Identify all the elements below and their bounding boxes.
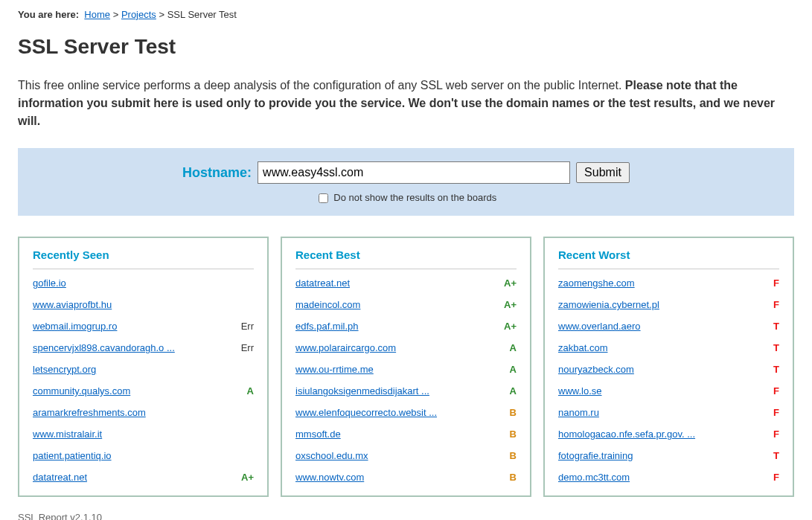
grade-badge: A bbox=[499, 364, 517, 375]
list-item: www.lo.seF bbox=[558, 380, 779, 402]
list-item: community.qualys.comA bbox=[33, 380, 254, 402]
grade-badge: A+ bbox=[499, 277, 517, 289]
list-item: www.polaraircargo.comA bbox=[295, 337, 517, 359]
domain-link[interactable]: mmsoft.de bbox=[295, 428, 341, 440]
breadcrumb-home-link[interactable]: Home bbox=[84, 9, 110, 20]
hide-results-row: Do not show the results on the boards bbox=[36, 191, 776, 205]
domain-link[interactable]: oxschool.edu.mx bbox=[295, 450, 368, 461]
list-item: zamowienia.cybernet.plF bbox=[558, 294, 779, 315]
domain-link[interactable]: spencervjxl898.cavandoragh.o ... bbox=[33, 342, 175, 353]
domain-link[interactable]: zamowienia.cybernet.pl bbox=[558, 299, 659, 310]
list-item: www.elenfoquecorrecto.websit ...B bbox=[295, 402, 517, 423]
domain-link[interactable]: webmail.imogrup.ro bbox=[33, 321, 117, 332]
list-item: datatreat.netA+ bbox=[33, 466, 254, 488]
list-item: aramarkrefreshments.com bbox=[33, 402, 254, 423]
grade-badge: Err bbox=[236, 342, 254, 353]
hide-results-checkbox[interactable] bbox=[319, 193, 328, 203]
domain-link[interactable]: www.polaraircargo.com bbox=[295, 342, 396, 353]
domain-link[interactable]: www.mistralair.it bbox=[33, 428, 102, 440]
domain-link[interactable]: demo.mc3tt.com bbox=[558, 472, 630, 483]
list-item: www.mistralair.it bbox=[33, 423, 254, 445]
grade-badge: F bbox=[761, 385, 779, 397]
domain-link[interactable]: datatreat.net bbox=[295, 277, 350, 289]
list-item: www.nowtv.comB bbox=[295, 466, 517, 488]
grade-badge: B bbox=[499, 472, 517, 483]
hostname-form-row: Hostname: Submit bbox=[36, 161, 776, 184]
list-item: nanom.ruF bbox=[558, 402, 779, 423]
grade-badge: B bbox=[499, 407, 517, 418]
intro-text: This free online service performs a deep… bbox=[18, 77, 794, 130]
list-item: www.ou-rrtime.meA bbox=[295, 359, 517, 380]
recent-worst-board: Recent Worst zaomengshe.comFzamowienia.c… bbox=[543, 237, 794, 497]
list-item: letsencrypt.org bbox=[33, 359, 254, 380]
recently-seen-board: Recently Seen gofile.iowww.aviaprofbt.hu… bbox=[18, 237, 269, 497]
recently-seen-title: Recently Seen bbox=[33, 248, 254, 269]
page-title: SSL Server Test bbox=[18, 35, 794, 59]
submit-button[interactable]: Submit bbox=[576, 162, 630, 183]
domain-link[interactable]: zakbat.com bbox=[558, 342, 607, 353]
list-item: edfs.paf.mil.phA+ bbox=[295, 315, 517, 337]
domain-link[interactable]: gofile.io bbox=[33, 277, 66, 289]
list-item: zakbat.comT bbox=[558, 337, 779, 359]
grade-badge: T bbox=[761, 450, 779, 461]
domain-link[interactable]: letsencrypt.org bbox=[33, 364, 96, 375]
recent-worst-title: Recent Worst bbox=[558, 248, 779, 269]
list-item: www.aviaprofbt.hu bbox=[33, 294, 254, 315]
domain-link[interactable]: patient.patientiq.io bbox=[33, 450, 112, 461]
domain-link[interactable]: www.aviaprofbt.hu bbox=[33, 299, 112, 310]
domain-link[interactable]: aramarkrefreshments.com bbox=[33, 407, 146, 418]
recent-best-title: Recent Best bbox=[295, 248, 517, 269]
grade-badge: A+ bbox=[499, 299, 517, 310]
breadcrumb-sep: > bbox=[113, 9, 121, 20]
list-item: nouryazbeck.comT bbox=[558, 359, 779, 380]
domain-link[interactable]: homologacao.nfe.sefa.pr.gov. ... bbox=[558, 428, 695, 440]
list-item: zaomengshe.comF bbox=[558, 272, 779, 294]
domain-link[interactable]: madeincol.com bbox=[295, 299, 360, 310]
recent-best-board: Recent Best datatreat.netA+madeincol.com… bbox=[281, 237, 531, 497]
grade-badge: Err bbox=[236, 321, 254, 332]
breadcrumb-sep: > bbox=[159, 9, 167, 20]
list-item: isiulangoksigenmedisdijakart ...A bbox=[295, 380, 517, 402]
domain-link[interactable]: zaomengshe.com bbox=[558, 277, 635, 289]
list-item: homologacao.nfe.sefa.pr.gov. ...F bbox=[558, 423, 779, 445]
grade-badge: B bbox=[499, 428, 517, 440]
domain-link[interactable]: community.qualys.com bbox=[33, 385, 130, 397]
list-item: datatreat.netA+ bbox=[295, 272, 517, 294]
hostname-form-panel: Hostname: Submit Do not show the results… bbox=[18, 148, 794, 216]
list-item: patient.patientiq.io bbox=[33, 445, 254, 466]
recent-worst-list: zaomengshe.comFzamowienia.cybernet.plFww… bbox=[558, 272, 779, 488]
domain-link[interactable]: www.overland.aero bbox=[558, 321, 641, 332]
list-item: gofile.io bbox=[33, 272, 254, 294]
grade-badge: F bbox=[761, 472, 779, 483]
domain-link[interactable]: nanom.ru bbox=[558, 407, 599, 418]
breadcrumb: You are here: Home > Projects > SSL Serv… bbox=[18, 9, 794, 20]
domain-link[interactable]: www.elenfoquecorrecto.websit ... bbox=[295, 407, 437, 418]
domain-link[interactable]: www.nowtv.com bbox=[295, 472, 364, 483]
hostname-input[interactable] bbox=[258, 161, 570, 184]
breadcrumb-projects-link[interactable]: Projects bbox=[121, 9, 156, 20]
recently-seen-list: gofile.iowww.aviaprofbt.huwebmail.imogru… bbox=[33, 272, 254, 488]
grade-badge: F bbox=[761, 299, 779, 310]
list-item: oxschool.edu.mxB bbox=[295, 445, 517, 466]
domain-link[interactable]: edfs.paf.mil.ph bbox=[295, 321, 359, 332]
list-item: webmail.imogrup.roErr bbox=[33, 315, 254, 337]
list-item: www.overland.aeroT bbox=[558, 315, 779, 337]
breadcrumb-label: You are here: bbox=[18, 9, 79, 20]
list-item: demo.mc3tt.comF bbox=[558, 466, 779, 488]
grade-badge: T bbox=[761, 342, 779, 353]
grade-badge: F bbox=[761, 407, 779, 418]
grade-badge: A bbox=[499, 385, 517, 397]
list-item: mmsoft.deB bbox=[295, 423, 517, 445]
recent-best-list: datatreat.netA+madeincol.comA+edfs.paf.m… bbox=[295, 272, 517, 488]
domain-link[interactable]: datatreat.net bbox=[33, 472, 87, 483]
domain-link[interactable]: nouryazbeck.com bbox=[558, 364, 634, 375]
list-item: madeincol.comA+ bbox=[295, 294, 517, 315]
grade-badge: A+ bbox=[236, 472, 254, 483]
domain-link[interactable]: www.ou-rrtime.me bbox=[295, 364, 374, 375]
grade-badge: F bbox=[761, 277, 779, 289]
grade-badge: A+ bbox=[499, 321, 517, 332]
grade-badge: A bbox=[236, 385, 254, 397]
domain-link[interactable]: www.lo.se bbox=[558, 385, 602, 397]
domain-link[interactable]: fotografie.training bbox=[558, 450, 633, 461]
domain-link[interactable]: isiulangoksigenmedisdijakart ... bbox=[295, 385, 429, 397]
